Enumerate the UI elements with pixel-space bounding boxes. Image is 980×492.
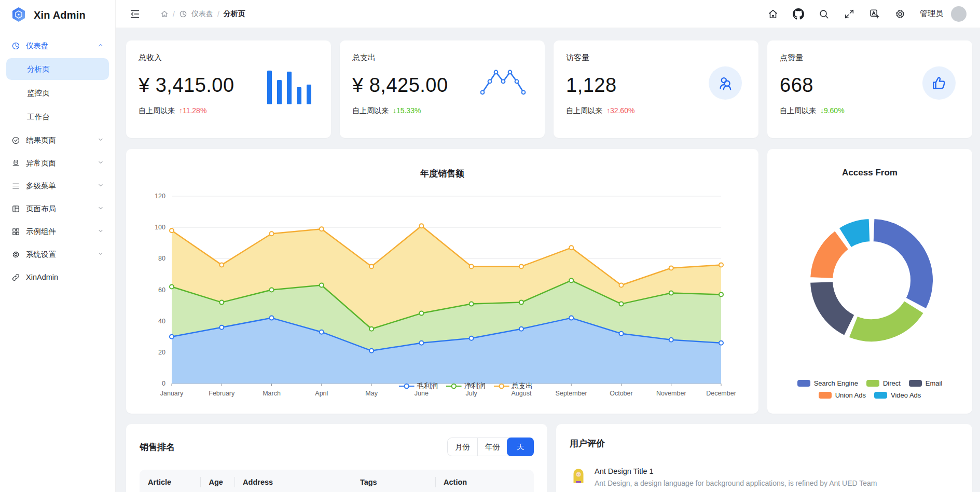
- app-title: Xin Admin: [34, 9, 86, 21]
- stat-delta: ↑11.28%: [179, 106, 206, 115]
- legend-item[interactable]: 总支出: [493, 381, 533, 391]
- sidebar-item-system-settings[interactable]: 系统设置: [6, 244, 109, 265]
- sidebar-item-label: 多级菜单: [26, 181, 56, 191]
- sidebar-item-label: 仪表盘: [26, 41, 49, 51]
- breadcrumb-section[interactable]: 仪表盘: [191, 9, 213, 19]
- card-title: 用户评价: [570, 438, 959, 449]
- stat-footer: 自上周以来 ↓15.33%: [352, 106, 532, 116]
- home-icon[interactable]: [767, 8, 779, 20]
- chevron-down-icon: [98, 227, 104, 236]
- legend-swatch: [874, 392, 887, 399]
- access-from-card: Access From Search Engine Direct Email U…: [767, 149, 972, 414]
- legend-swatch: [797, 380, 810, 387]
- stat-footer: 自上周以来 ↓9.60%: [780, 106, 960, 116]
- legend-item[interactable]: Search Engine: [797, 379, 858, 387]
- stat-cards-row: 总收入 ¥ 3,415.00 自上周以来 ↑11.28% 总支出 ¥ 8,425…: [126, 40, 972, 138]
- legend-item[interactable]: 净利润: [446, 381, 486, 391]
- annual-sales-card: 020406080100120JanuaryFebruaryMarchApril…: [126, 149, 758, 414]
- stat-since-label: 自上周以来: [352, 106, 389, 115]
- charts-row: 020406080100120JanuaryFebruaryMarchApril…: [126, 149, 972, 414]
- svg-text:December: December: [706, 390, 736, 397]
- subitem-label: 工作台: [27, 112, 50, 122]
- svg-text:March: March: [263, 390, 281, 397]
- legend-row: Union Ads Video Ads: [767, 391, 972, 399]
- layout-icon: [11, 204, 20, 213]
- sidebar-item-dashboard[interactable]: 仪表盘: [6, 35, 109, 56]
- chart-title: 年度销售额: [126, 168, 758, 180]
- sidebar-item-example-components[interactable]: 示例组件: [6, 221, 109, 242]
- chevron-down-icon: [98, 204, 104, 213]
- chevron-down-icon: [98, 182, 104, 190]
- stat-since-label: 自上周以来: [780, 106, 816, 115]
- review-texts: Ant Design Title 1 Ant Design, a design …: [595, 467, 877, 487]
- legend-label: Union Ads: [835, 391, 866, 399]
- sidebar-item-label: 页面布局: [26, 204, 56, 214]
- sidebar-item-label: 示例组件: [26, 227, 56, 237]
- fullscreen-icon[interactable]: [844, 8, 855, 20]
- sidebar-item-label: 系统设置: [26, 250, 56, 259]
- legend-item[interactable]: Email: [909, 379, 943, 387]
- legend-label: Video Ads: [891, 391, 921, 399]
- breadcrumb-separator: /: [217, 10, 219, 18]
- translate-icon[interactable]: [869, 8, 880, 20]
- legend-item[interactable]: Direct: [866, 379, 901, 387]
- sidebar-subitem-monitor[interactable]: 监控页: [6, 82, 109, 104]
- legend-item[interactable]: Video Ads: [874, 391, 921, 399]
- gear-icon[interactable]: [894, 8, 906, 20]
- appstore-icon: [11, 227, 20, 236]
- home-icon[interactable]: [160, 10, 169, 18]
- menu-fold-icon[interactable]: [129, 8, 141, 20]
- sidebar-item-multilevel-menu[interactable]: 多级菜单: [6, 175, 109, 196]
- subitem-label: 监控页: [27, 88, 50, 98]
- sales-rank-header: 销售排名 月份 年份 天: [140, 438, 534, 456]
- app-logo-icon: [9, 6, 28, 24]
- sidebar-item-label: 异常页面: [26, 158, 56, 168]
- table-column-age: Age: [200, 478, 234, 486]
- stat-footer: 自上周以来 ↑11.28%: [139, 106, 319, 116]
- sidebar-item-xinadmin-link[interactable]: XinAdmin: [6, 267, 109, 288]
- legend-label: Email: [926, 379, 943, 387]
- stat-label: 访客量: [566, 53, 746, 63]
- stat-since-label: 自上周以来: [139, 106, 175, 115]
- legend-row: Search Engine Direct Email: [767, 379, 972, 387]
- search-icon[interactable]: [818, 8, 830, 20]
- svg-text:September: September: [556, 390, 587, 397]
- legend-item[interactable]: Union Ads: [819, 391, 866, 399]
- table-header-row: Article Age Address Tags Action: [140, 470, 534, 492]
- segmented-control: 月份 年份 天: [447, 438, 534, 456]
- sidebar-item-page-layout[interactable]: 页面布局: [6, 198, 109, 219]
- legend-swatch: [866, 380, 879, 387]
- link-icon: [11, 273, 20, 282]
- sidebar-subitem-analysis[interactable]: 分析页: [6, 58, 109, 80]
- legend-item[interactable]: 毛利润: [398, 381, 438, 391]
- pie-chart-icon: [179, 10, 187, 18]
- bottom-row: 销售排名 月份 年份 天 Article Age Address Tags Ac…: [126, 424, 972, 492]
- tab-year[interactable]: 年份: [477, 438, 507, 456]
- topbar: / 仪表盘 / 分析页 管理员: [116, 0, 980, 28]
- like-icon: [931, 75, 947, 91]
- table-column-address: Address: [234, 478, 352, 486]
- sidebar-item-result-pages[interactable]: 结果页面: [6, 130, 109, 151]
- user-name[interactable]: 管理员: [920, 9, 943, 19]
- stat-card-total-expense: 总支出 ¥ 8,425.00 自上周以来 ↓15.33%: [340, 40, 545, 138]
- stat-since-label: 自上周以来: [566, 106, 602, 115]
- pie-chart-icon: [11, 42, 20, 50]
- sidebar-subitem-workbench[interactable]: 工作台: [6, 106, 109, 128]
- subitem-label: 分析页: [27, 64, 50, 74]
- bar-sparkline: [267, 71, 311, 104]
- github-icon[interactable]: [793, 8, 804, 20]
- app-logo-row[interactable]: Xin Admin: [0, 0, 115, 30]
- access-from-donut-chart: [767, 149, 972, 414]
- line-sparkline: [480, 70, 526, 99]
- team-icon: [717, 75, 734, 91]
- list-item: Ant Design Title 1 Ant Design, a design …: [570, 467, 959, 487]
- tab-day[interactable]: 天: [507, 438, 534, 456]
- tab-month[interactable]: 月份: [448, 438, 477, 456]
- avatar[interactable]: [951, 6, 967, 22]
- card-title: 销售排名: [140, 441, 175, 453]
- sidebar-item-exception-pages[interactable]: 异常页面: [6, 153, 109, 173]
- legend-label: 净利润: [464, 381, 486, 391]
- svg-text:120: 120: [155, 193, 165, 200]
- svg-text:May: May: [365, 390, 378, 397]
- sidebar-item-label: 结果页面: [26, 135, 56, 145]
